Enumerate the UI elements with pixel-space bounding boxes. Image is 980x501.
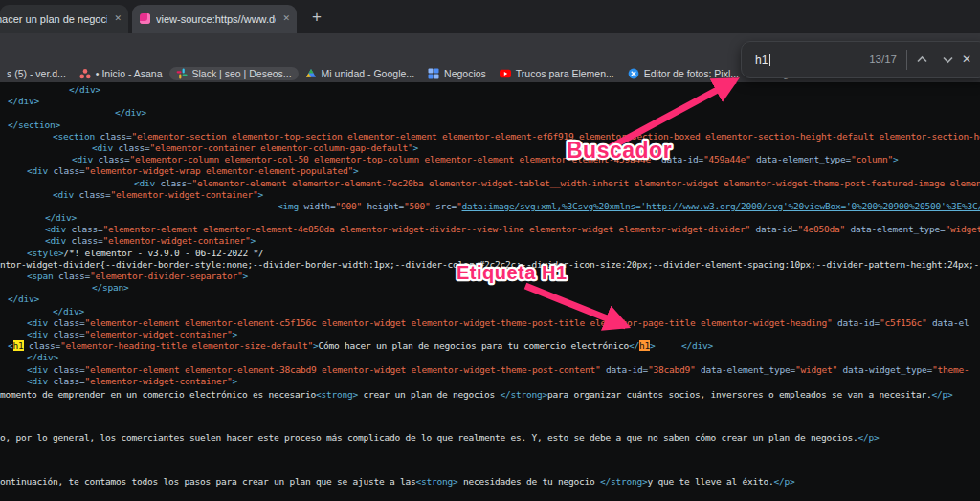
tab-title: hacer un plan de negocios — [0, 13, 107, 25]
code-line: <div class="elementor-widget-container"> — [0, 235, 980, 247]
bookmark-negocios[interactable]: Negocios — [421, 67, 493, 80]
find-bar: h1 13/17 ✕ — [741, 41, 980, 78]
find-query-text: h1 — [755, 54, 768, 67]
code-line: ontinuación, te contamos todos los pasos… — [0, 476, 980, 488]
bookmark-youtube[interactable]: Trucos para Elemen... — [493, 67, 621, 80]
bookmark-label: Editor de fotos: Pixl... — [644, 68, 739, 79]
code-line: <span class="elementor-divider-separator… — [0, 271, 980, 282]
bookmark-slack[interactable]: Slack | seo | Deseos... — [169, 67, 299, 80]
code-line: <div class="elementor-element elementor-… — [0, 317, 980, 329]
code-line: </div> — [0, 306, 980, 317]
code-line: <section class="elementor-section elemen… — [0, 131, 980, 142]
code-line: ntor-widget-divider{--divider-border-sty… — [0, 259, 980, 271]
bookmark-label: Trucos para Elemen... — [516, 68, 614, 79]
bookmark-label: Negocios — [444, 68, 486, 79]
bookmark-label: Mi unidad - Google... — [322, 68, 414, 79]
code-line: </div> — [0, 212, 980, 224]
code-line: <div class="elementor-widget-container"> — [0, 189, 980, 201]
slack-icon — [176, 68, 188, 79]
find-input[interactable]: h1 — [755, 42, 770, 77]
asana-icon — [79, 68, 91, 79]
close-tab-icon[interactable]: ✕ — [282, 14, 290, 23]
tab-title: view-source:https//www.deseos — [156, 13, 276, 25]
bookmark-label: s (5) - ver.d... — [7, 68, 66, 79]
bookmark-label: • Inicio - Asana — [96, 68, 163, 79]
divider — [906, 50, 907, 70]
code-line: <h1 class="elementor-heading-title eleme… — [0, 340, 980, 352]
code-line: <div class="elementor-widget-wrap elemen… — [0, 165, 980, 177]
tab-blog-page[interactable]: hacer un plan de negocios ✕ — [0, 5, 128, 33]
text-caret — [769, 54, 770, 66]
code-line: </section> — [0, 120, 980, 131]
code-line: <div class="elementor-widget-container"> — [0, 376, 980, 387]
tab-view-source[interactable]: view-source:https//www.deseos ✕ — [132, 5, 297, 33]
find-previous-icon[interactable] — [915, 53, 929, 67]
bookmark-ver[interactable]: s (5) - ver.d... — [0, 67, 73, 80]
bookmark-drive[interactable]: Mi unidad - Google... — [299, 67, 421, 80]
code-line: </div> — [0, 107, 980, 119]
tab-strip: hacer un plan de negocios ✕ view-source:… — [0, 0, 980, 33]
code-line: </div> — [0, 84, 980, 96]
code-line: </div> — [0, 294, 980, 305]
pixlr-icon — [628, 68, 639, 79]
code-line: momento de emprender en un comercio elec… — [0, 389, 980, 401]
code-line: </div> — [0, 96, 980, 107]
find-next-icon[interactable] — [941, 53, 955, 67]
code-line: <div class="elementor-element elementor-… — [0, 364, 980, 376]
source-code: </div></div></div></section><section cla… — [0, 84, 980, 488]
find-match-highlight: h1 — [13, 340, 24, 351]
code-line: <div class="elementor-element elementor-… — [0, 224, 980, 235]
bookmark-asana[interactable]: • Inicio - Asana — [73, 67, 169, 80]
bookmark-label: Slack | seo | Deseos... — [192, 68, 292, 79]
code-line: <style>/*! elementor - v3.9.0 - 06-12-20… — [0, 248, 980, 259]
close-tab-icon[interactable]: ✕ — [114, 14, 122, 23]
code-line: <div class="elementor-container elemento… — [0, 142, 980, 154]
code-line: </span> — [0, 282, 980, 294]
youtube-icon — [500, 68, 511, 79]
code-line: <div class="elementor-column elementor-c… — [0, 154, 980, 165]
site-favicon — [140, 13, 150, 24]
code-line: <img width="900" height="500" src="data:… — [0, 201, 980, 212]
page-content: </div></div></div></section><section cla… — [0, 82, 980, 501]
source-link[interactable]: data:image/svg+xml,%3Csvg%20xmlns='http:… — [462, 201, 980, 211]
find-close-icon[interactable]: ✕ — [962, 42, 971, 77]
google-drive-icon — [305, 68, 317, 79]
find-match-count: 13/17 — [849, 42, 897, 77]
code-line: o, por lo general, los comerciantes suel… — [0, 432, 980, 444]
code-line: <div class="elementor-widget-container"> — [0, 329, 980, 340]
negocios-grid-icon — [428, 68, 439, 79]
find-match-active-highlight: h1 — [639, 340, 650, 351]
code-line: <div class="elementor-element elementor-… — [0, 178, 980, 189]
bookmark-pixlr[interactable]: Editor de fotos: Pixl... — [621, 67, 746, 80]
code-line: </div> — [0, 352, 980, 363]
new-tab-button[interactable]: + — [306, 7, 327, 28]
browser-window: hacer un plan de negocios ✕ view-source:… — [0, 0, 980, 501]
